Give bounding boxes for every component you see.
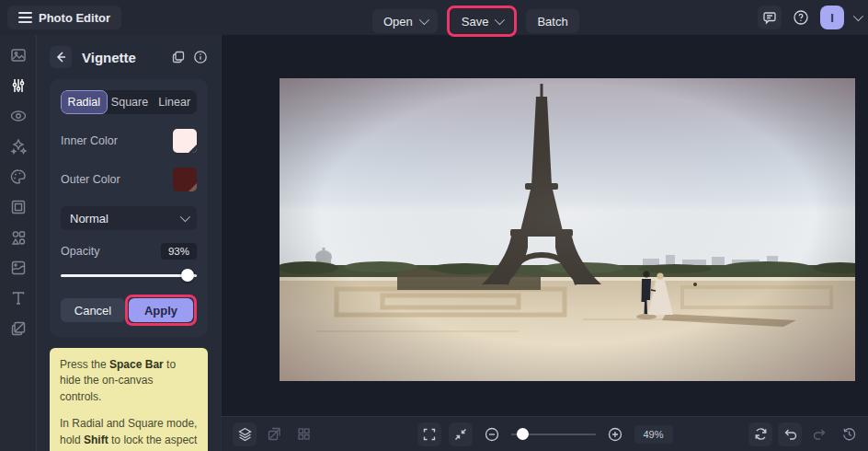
- open-button[interactable]: Open: [372, 9, 438, 33]
- info-button[interactable]: [193, 50, 208, 64]
- text-icon: [9, 289, 28, 307]
- duplicate-button[interactable]: [171, 50, 186, 64]
- footer-left-tools: [233, 422, 315, 446]
- graphics-shapes-icon: [9, 228, 28, 247]
- vignette-controls-card: Radial Square Linear Inner Color Outer C…: [50, 79, 208, 337]
- chevron-down-icon: [495, 15, 505, 25]
- tip-box: Press the Space Bar to hide the on-canva…: [50, 348, 208, 451]
- back-arrow-icon: [54, 51, 67, 64]
- zoom-in-button[interactable]: [602, 422, 626, 446]
- main-menu-button[interactable]: Photo Editor: [7, 6, 121, 29]
- save-label: Save: [462, 15, 489, 29]
- vignette-mode-tabs: Radial Square Linear: [61, 90, 197, 114]
- zoom-level-value[interactable]: 49%: [634, 425, 672, 444]
- sidebar-item-overlays[interactable]: [5, 257, 32, 279]
- avatar-initial: I: [830, 11, 834, 25]
- zoom-slider-thumb[interactable]: [517, 428, 529, 440]
- avatar[interactable]: I: [820, 6, 844, 29]
- artsy-palette-icon: [9, 168, 28, 186]
- grid-icon: [296, 426, 312, 442]
- vignette-panel: Vignette Radial Square Linear: [37, 35, 222, 451]
- opacity-label: Opacity: [61, 245, 99, 258]
- account-area: I: [758, 0, 861, 35]
- zoom-controls: 49%: [417, 422, 672, 446]
- zoom-out-icon: [483, 426, 499, 443]
- panel-header: Vignette: [50, 46, 208, 68]
- sidebar-item-textures[interactable]: [5, 318, 32, 340]
- help-icon: [793, 9, 809, 26]
- effects-eye-icon: [9, 107, 28, 125]
- sidebar-item-graphics[interactable]: [5, 226, 32, 249]
- duplicate-icon: [171, 50, 186, 64]
- tip-paragraph-1: Press the Space Bar to hide the on-canva…: [60, 357, 198, 405]
- opacity-slider-thumb[interactable]: [181, 269, 194, 282]
- undo-button[interactable]: [778, 422, 802, 446]
- opacity-slider[interactable]: [61, 269, 197, 282]
- fullscreen-button[interactable]: [417, 422, 440, 446]
- panel-title: Vignette: [82, 50, 164, 65]
- inner-color-swatch[interactable]: [173, 129, 197, 153]
- photo-eiffel-tower[interactable]: [280, 78, 855, 381]
- batch-label: Batch: [537, 15, 567, 29]
- zoom-slider[interactable]: [510, 428, 595, 441]
- grid-view-button[interactable]: [291, 422, 315, 446]
- fit-screen-button[interactable]: [448, 422, 472, 446]
- outer-color-label: Outer Color: [61, 173, 120, 186]
- image-manager-icon: [9, 46, 28, 64]
- undo-icon: [782, 426, 798, 442]
- reset-button[interactable]: [748, 422, 772, 446]
- tab-radial[interactable]: Radial: [61, 90, 108, 114]
- zoom-in-icon: [606, 426, 622, 443]
- fullscreen-icon: [421, 427, 436, 442]
- canvas-footer: 49%: [222, 416, 868, 451]
- sidebar-item-effects[interactable]: [5, 105, 32, 127]
- redo-icon: [812, 426, 828, 442]
- save-button[interactable]: Save: [451, 9, 514, 33]
- inner-color-label: Inner Color: [61, 134, 118, 147]
- sidebar-item-artsy[interactable]: [5, 166, 32, 188]
- overlays-icon: [9, 259, 28, 277]
- layers-icon: [237, 426, 253, 442]
- resize-icon: [267, 426, 282, 442]
- chevron-down-icon[interactable]: [853, 11, 863, 21]
- layers-button[interactable]: [233, 422, 257, 446]
- opacity-slider-track[interactable]: [61, 274, 197, 277]
- frames-icon: [9, 198, 28, 216]
- feedback-chat-button[interactable]: [758, 6, 782, 29]
- sidebar-item-image-manager[interactable]: [5, 44, 32, 66]
- blend-mode-select[interactable]: Normal: [61, 206, 197, 230]
- zoom-out-button[interactable]: [479, 422, 503, 446]
- back-button[interactable]: [50, 46, 72, 68]
- sidebar-item-edit[interactable]: [5, 75, 32, 97]
- batch-button[interactable]: Batch: [526, 9, 578, 33]
- file-actions: Open Save Batch: [372, 6, 579, 37]
- history-button[interactable]: [837, 422, 861, 446]
- cancel-button[interactable]: Cancel: [61, 298, 125, 322]
- blend-mode-value: Normal: [70, 212, 108, 226]
- top-bar: Photo Editor Open Save Batch: [0, 0, 868, 35]
- panel-actions: Cancel Apply: [61, 295, 197, 326]
- tool-sidebar: [0, 35, 37, 451]
- apply-button[interactable]: Apply: [129, 298, 193, 322]
- app-title: Photo Editor: [39, 11, 110, 25]
- sidebar-item-text[interactable]: [5, 287, 32, 309]
- redo-button[interactable]: [807, 422, 831, 446]
- history-tools: [748, 422, 861, 446]
- tab-linear[interactable]: Linear: [152, 90, 197, 114]
- photo-editor-app: Photo Editor Open Save Batch: [0, 0, 868, 451]
- opacity-value: 93%: [161, 243, 197, 260]
- outer-color-row: Outer Color: [61, 168, 197, 191]
- resize-button[interactable]: [262, 422, 286, 446]
- sidebar-item-touchup[interactable]: [5, 135, 32, 157]
- opacity-row: Opacity 93%: [61, 243, 197, 260]
- edit-sliders-icon: [9, 76, 28, 95]
- info-icon: [193, 50, 208, 64]
- annotation-highlight-save: Save: [447, 6, 518, 37]
- sidebar-item-frames[interactable]: [5, 196, 32, 218]
- fit-screen-icon: [452, 427, 467, 442]
- chevron-down-icon: [419, 15, 429, 25]
- tab-square[interactable]: Square: [108, 90, 153, 114]
- feedback-chat-icon: [762, 10, 777, 25]
- outer-color-swatch[interactable]: [173, 168, 197, 191]
- help-button[interactable]: [789, 6, 813, 29]
